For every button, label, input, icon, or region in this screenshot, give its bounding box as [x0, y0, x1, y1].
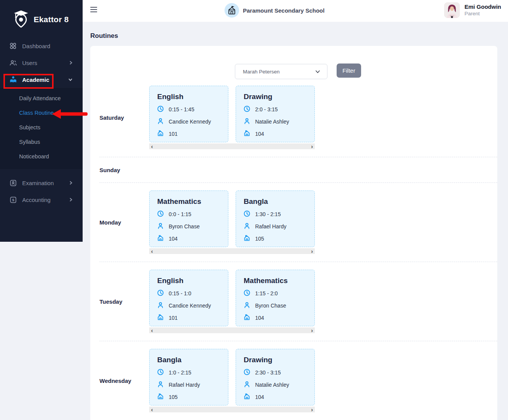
scroll-right-icon[interactable]: ›	[311, 407, 313, 412]
sidebar-item-academic[interactable]: Academic	[0, 71, 83, 88]
home-icon	[244, 314, 250, 322]
class-time: 2:0 - 3:15	[255, 106, 278, 112]
class-card: English 0:15 - 1:0 Candice Kennedy	[149, 270, 228, 326]
class-subject: Mathematics	[157, 197, 220, 206]
scroll-right-icon[interactable]: ›	[311, 144, 313, 149]
class-room: 105	[255, 236, 264, 242]
users-icon	[9, 60, 17, 66]
home-icon	[157, 314, 164, 322]
scroll-left-icon[interactable]: ‹	[151, 407, 153, 412]
scroll-right-icon[interactable]: ›	[311, 328, 313, 333]
class-room: 104	[255, 131, 264, 137]
day-classes: English 0:15 - 1:0 Candice Kennedy	[149, 270, 315, 326]
chevron-right-icon	[69, 181, 73, 185]
day-label: Sunday	[99, 167, 149, 173]
day-classes: Mathematics 0:0 - 1:15 Byron Chase	[149, 190, 315, 247]
scroll-left-icon[interactable]: ‹	[151, 144, 153, 149]
sidebar-item-users[interactable]: Users	[0, 54, 83, 71]
clock-icon	[157, 290, 164, 297]
sidebar-item-noticeboard[interactable]: Noticeboard	[0, 149, 83, 164]
school-brand: Paramount Secondary School	[225, 3, 324, 18]
day-separator	[99, 341, 497, 341]
clock-icon	[157, 369, 164, 376]
clock-icon	[244, 369, 250, 376]
submenu-label: Class Routine	[19, 110, 54, 116]
sidebar-item-label: Users	[22, 60, 69, 66]
class-subject: English	[157, 277, 220, 285]
clock-icon	[244, 290, 250, 297]
class-card: Drawing 2:30 - 3:15 Natalie Ashley	[236, 349, 315, 405]
class-card: Mathematics 0:0 - 1:15 Byron Chase	[149, 190, 228, 247]
class-card: Bangla 1:0 - 2:15 Rafael Hardy	[149, 349, 228, 405]
class-teacher: Candice Kennedy	[169, 303, 211, 309]
user-name: Emi Goodwin	[464, 3, 501, 10]
class-subject: Bangla	[244, 197, 307, 206]
student-select-value: Marah Petersen	[243, 69, 280, 75]
chevron-right-icon	[69, 60, 73, 65]
day-label: Monday	[99, 190, 149, 254]
day-row: Saturday English 0:15 - 1:45 Candice Ken…	[90, 86, 497, 149]
horizontal-scrollbar[interactable]: ‹ ›	[149, 327, 315, 333]
select-chevron-down-icon	[315, 68, 320, 75]
class-time: 1:15 - 2:0	[255, 290, 278, 296]
student-select[interactable]: Marah Petersen	[235, 64, 327, 79]
sidebar-item-subjects[interactable]: Subjects	[0, 120, 83, 135]
sidebar-item-syllabus[interactable]: Syllabus	[0, 135, 83, 149]
submenu-label: Daily Attendance	[19, 95, 61, 101]
day-row: Wednesday Bangla 1:0 - 2:15 Rafael Hardy	[90, 349, 497, 412]
main-content: Routines Marah Petersen Filter Saturday …	[83, 22, 508, 420]
sidebar-item-label: Dashboard	[22, 43, 73, 49]
day-label: Wednesday	[99, 349, 149, 412]
sidebar: Ekattor 8 Dashboard Users	[0, 0, 83, 242]
class-subject: Drawing	[244, 93, 307, 101]
filter-button[interactable]: Filter	[337, 63, 361, 78]
day-label: Saturday	[99, 86, 149, 149]
home-icon	[244, 130, 250, 138]
class-subject: English	[157, 93, 220, 101]
day-label: Tuesday	[99, 270, 149, 333]
class-room: 104	[169, 236, 177, 242]
person-icon	[157, 223, 164, 230]
sidebar-item-daily-attendance[interactable]: Daily Attendance	[0, 91, 83, 106]
day-row: Monday Mathematics 0:0 - 1:15 Byron Chas…	[90, 190, 497, 254]
sidebar-item-dashboard[interactable]: Dashboard	[0, 37, 83, 54]
day-separator	[99, 157, 497, 157]
app-logo[interactable]: Ekattor 8	[0, 0, 83, 37]
school-name: Paramount Secondary School	[243, 7, 324, 14]
page-title: Routines	[83, 22, 508, 40]
class-teacher: Byron Chase	[169, 223, 200, 230]
class-subject: Drawing	[244, 356, 307, 364]
class-teacher: Byron Chase	[255, 303, 286, 309]
person-icon	[244, 223, 250, 230]
school-building-icon	[225, 3, 239, 18]
scroll-left-icon[interactable]: ‹	[151, 249, 153, 254]
day-row: Tuesday English 0:15 - 1:0 Candice Kenne…	[90, 270, 497, 333]
horizontal-scrollbar[interactable]: ‹ ›	[149, 248, 315, 254]
class-room: 101	[169, 131, 177, 137]
sidebar-item-examination[interactable]: Examination	[0, 174, 83, 191]
sidebar-item-label: Accounting	[22, 197, 69, 203]
home-icon	[157, 235, 164, 243]
class-card: Mathematics 1:15 - 2:0 Byron Chase	[236, 270, 315, 326]
home-icon	[157, 393, 164, 401]
routines-card: Marah Petersen Filter Saturday English 0…	[90, 46, 497, 420]
horizontal-scrollbar[interactable]: ‹ ›	[149, 407, 315, 412]
user-role: Parent	[464, 10, 501, 17]
scroll-left-icon[interactable]: ‹	[151, 328, 153, 333]
class-room: 104	[255, 394, 264, 400]
day-row: Sunday	[90, 165, 497, 175]
horizontal-scrollbar[interactable]: ‹ ›	[149, 143, 315, 149]
submenu-label: Syllabus	[19, 139, 40, 145]
sidebar-nav: Dashboard Users	[0, 37, 83, 208]
clock-icon	[244, 106, 250, 113]
sidebar-item-label: Academic	[22, 77, 68, 83]
chevron-right-icon	[69, 197, 73, 202]
user-menu[interactable]: Emi Goodwin Parent	[444, 2, 501, 18]
class-time: 0:15 - 1:0	[169, 290, 191, 296]
sidebar-item-accounting[interactable]: $ Accounting	[0, 191, 83, 208]
hamburger-menu-icon[interactable]	[90, 7, 97, 12]
class-teacher: Candice Kennedy	[169, 119, 211, 125]
sidebar-item-class-routine[interactable]: Class Routine	[0, 106, 83, 120]
scroll-right-icon[interactable]: ›	[311, 249, 313, 254]
class-room: 105	[169, 394, 177, 400]
